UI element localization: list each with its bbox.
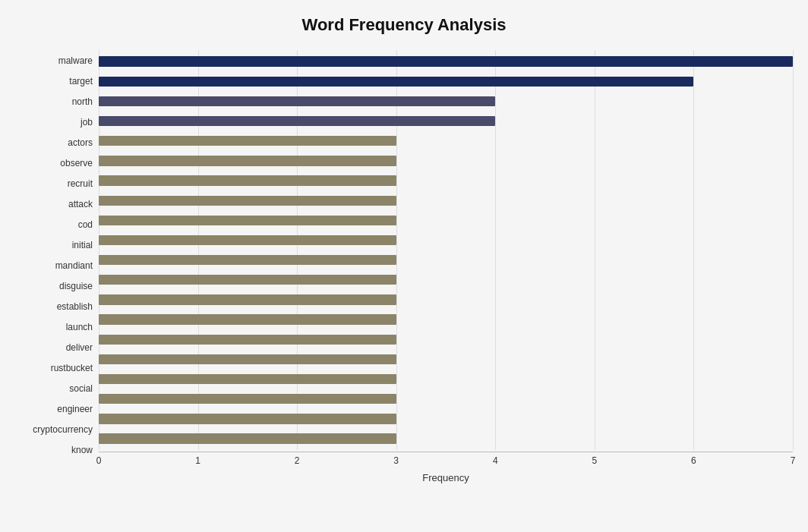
bar-rustbucket: [99, 354, 396, 364]
bar-row: [99, 210, 793, 230]
bar-launch: [99, 314, 396, 324]
y-label: mandiant: [55, 261, 93, 270]
y-label: target: [69, 77, 93, 86]
y-label: know: [71, 445, 93, 455]
y-axis-labels: malwaretargetnorthjobactorsobserverecrui…: [15, 50, 99, 483]
y-label: rustbucket: [51, 364, 93, 373]
y-label: malware: [58, 56, 93, 65]
bar-row: [99, 190, 793, 210]
x-tick: 1: [195, 455, 200, 466]
bar-actors: [99, 136, 396, 146]
x-tick: 3: [393, 455, 399, 466]
x-tick: 5: [592, 455, 598, 466]
y-label: engineer: [57, 405, 93, 414]
bar-initial: [99, 235, 396, 245]
bar-row: [99, 52, 793, 71]
bar-row: [99, 310, 793, 329]
y-label: actors: [68, 138, 93, 147]
bar-row: [99, 91, 793, 111]
bar-row: [99, 429, 793, 449]
y-label: attack: [68, 200, 93, 209]
y-label: cryptocurrency: [33, 425, 93, 434]
y-label: social: [69, 384, 93, 393]
grid-line: [793, 50, 794, 450]
bar-row: [99, 409, 793, 429]
y-label: disguise: [59, 282, 93, 291]
bar-disguise: [99, 275, 396, 285]
bar-cod: [99, 216, 396, 225]
bar-row: [99, 370, 793, 389]
bar-cryptocurrency: [99, 414, 396, 423]
bar-row: [99, 151, 793, 171]
y-label: observe: [60, 159, 93, 168]
chart-title: Word Frequency Analysis: [15, 15, 793, 35]
x-tick: 4: [493, 455, 498, 466]
y-label: recruit: [68, 179, 93, 188]
bar-target: [99, 77, 693, 87]
x-axis-label: Frequency: [99, 472, 793, 483]
bar-north: [99, 96, 495, 106]
bar-row: [99, 131, 793, 151]
bar-row: [99, 389, 793, 409]
bar-malware: [99, 56, 793, 66]
y-label: initial: [72, 241, 93, 250]
bar-social: [99, 374, 396, 384]
bar-row: [99, 230, 793, 250]
bar-establish: [99, 294, 396, 304]
bar-know: [99, 433, 396, 443]
x-axis: 01234567: [99, 452, 793, 471]
x-axis-line: [99, 452, 793, 452]
bar-deliver: [99, 335, 396, 345]
bar-row: [99, 329, 793, 349]
bar-row: [99, 171, 793, 190]
bars-grid: [99, 50, 793, 450]
y-label: establish: [57, 302, 93, 311]
bars-wrapper: [99, 50, 793, 450]
bar-row: [99, 71, 793, 91]
bar-row: [99, 290, 793, 310]
bar-row: [99, 270, 793, 290]
x-tick: 2: [295, 455, 300, 466]
bar-attack: [99, 196, 396, 206]
x-tick: 7: [791, 455, 796, 466]
y-label: launch: [66, 323, 93, 332]
bar-row: [99, 250, 793, 270]
x-tick: 6: [691, 455, 696, 466]
chart-container: Word Frequency Analysis malwaretargetnor…: [0, 0, 808, 532]
y-label: north: [72, 97, 93, 106]
bar-job: [99, 116, 495, 126]
y-label: deliver: [66, 343, 93, 352]
x-tick: 0: [96, 455, 102, 466]
y-label: job: [80, 118, 93, 127]
bar-row: [99, 111, 793, 131]
bar-observe: [99, 156, 396, 165]
bar-recruit: [99, 175, 396, 185]
bar-engineer: [99, 394, 396, 404]
bar-mandiant: [99, 255, 396, 265]
y-label: cod: [78, 220, 93, 229]
bar-row: [99, 349, 793, 369]
